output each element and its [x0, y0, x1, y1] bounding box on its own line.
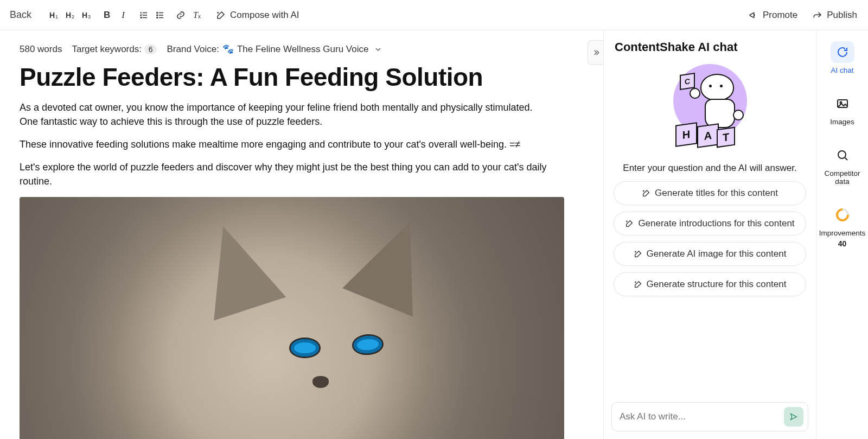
back-button[interactable]: Back [0, 9, 41, 21]
suggestion-label: Generate structure for this content [647, 279, 787, 290]
ai-chat-panel: ContentShake AI chat C H A T Enter your … [603, 30, 816, 439]
refresh-ai-icon [836, 46, 849, 59]
search-icon [836, 149, 849, 162]
meta-bar: 580 words Target keywords: 6 Brand Voice… [20, 43, 584, 55]
chat-input-row [611, 402, 808, 431]
suggestion-label: Generate AI image for this content [647, 249, 787, 259]
article-paragraph[interactable]: Let's explore the world of puzzle feeder… [20, 160, 551, 188]
rail-improvements[interactable]: Improvements 40 [820, 201, 865, 251]
editor-pane: 580 words Target keywords: 6 Brand Voice… [0, 30, 603, 439]
word-count: 580 words [20, 44, 62, 55]
suggestion-label: Generate introductions for this content [638, 218, 794, 229]
article-paragraph[interactable]: As a devoted cat owner, you know the imp… [20, 100, 551, 129]
publish-label: Publish [827, 10, 857, 21]
progress-ring-icon [833, 206, 852, 224]
share-arrow-icon [813, 10, 822, 20]
rail-competitor-data[interactable]: Competitor data [820, 141, 865, 189]
bold-button[interactable]: B [99, 6, 115, 24]
rail-label: Competitor data [822, 169, 863, 186]
chat-input[interactable] [620, 411, 778, 422]
link-group: Tx [173, 6, 205, 24]
rail-images[interactable]: Images [820, 90, 865, 129]
rail-label: Improvements [819, 229, 866, 237]
compose-ai-button[interactable]: Compose with AI [216, 10, 299, 21]
italic-button[interactable]: I [115, 6, 131, 24]
unordered-list-button[interactable] [152, 6, 168, 24]
main-row: 580 words Target keywords: 6 Brand Voice… [0, 30, 868, 439]
sparkle-pencil-icon [634, 280, 642, 289]
link-button[interactable] [173, 6, 189, 24]
send-icon [789, 412, 798, 421]
cube-c: C [680, 73, 695, 90]
brand-voice-value: The Feline Wellness Guru Voice [237, 44, 369, 55]
right-rail: AI chat Images Competitor data Improveme… [816, 30, 868, 439]
suggestion-generate-ai-image[interactable]: Generate AI image for this content [614, 242, 806, 266]
sparkle-pencil-icon [634, 250, 642, 258]
target-keywords-label: Target keywords: [72, 44, 142, 54]
svg-point-2 [157, 17, 158, 18]
brand-voice-selector[interactable]: Brand Voice: 🐾 The Feline Wellness Guru … [167, 43, 382, 55]
rail-label: AI chat [831, 66, 853, 74]
paw-icon: 🐾 [222, 43, 234, 55]
h2-button[interactable]: H2 [62, 6, 78, 24]
list-group [136, 6, 168, 24]
compose-ai-label: Compose with AI [230, 10, 299, 21]
article-title[interactable]: Puzzle Feeders: A Fun Feeding Solution [20, 62, 584, 92]
h3-button[interactable]: H3 [78, 6, 94, 24]
target-keywords-badge: 6 [144, 44, 157, 54]
chat-prompt-text: Enter your question and the AI will answ… [611, 163, 808, 174]
chat-robot-illustration: C H A T [661, 64, 759, 156]
image-icon [836, 97, 849, 110]
suggestion-generate-introductions[interactable]: Generate introductions for this content [614, 212, 806, 236]
improvements-count: 40 [838, 239, 847, 248]
svg-point-1 [157, 15, 158, 16]
collapse-chat-handle[interactable] [588, 40, 603, 65]
promote-label: Promote [763, 10, 797, 21]
publish-button[interactable]: Publish [805, 10, 865, 21]
heading-group: H1 H2 H3 [46, 6, 94, 24]
article-hero-image[interactable] [20, 197, 564, 439]
rail-label: Images [830, 118, 854, 126]
sparkle-pencil-icon [216, 10, 226, 20]
suggestion-generate-structure[interactable]: Generate structure for this content [614, 272, 806, 296]
suggestion-label: Generate titles for this content [655, 188, 778, 199]
cube-t: T [717, 127, 735, 148]
style-group: B I [99, 6, 131, 24]
cube-h: H [675, 122, 697, 147]
chat-title: ContentShake AI chat [611, 40, 808, 54]
ordered-list-button[interactable] [136, 6, 152, 24]
target-keywords[interactable]: Target keywords: 6 [72, 44, 157, 55]
chevron-down-icon [374, 45, 382, 54]
megaphone-icon [749, 10, 758, 20]
chat-send-button[interactable] [784, 407, 803, 427]
promote-button[interactable]: Promote [741, 10, 805, 21]
svg-point-0 [157, 12, 158, 13]
editor-toolbar: Back H1 H2 H3 B I Tx Compose with AI Pro… [0, 0, 868, 30]
suggestion-generate-titles[interactable]: Generate titles for this content [614, 181, 806, 205]
clear-format-button[interactable]: Tx [189, 6, 205, 24]
h1-button[interactable]: H1 [46, 6, 62, 24]
svg-point-5 [838, 151, 846, 158]
article-body[interactable]: As a devoted cat owner, you know the imp… [20, 100, 584, 439]
rail-ai-chat[interactable]: AI chat [820, 38, 865, 78]
chevrons-right-icon [592, 48, 601, 57]
sparkle-pencil-icon [642, 189, 650, 198]
article-paragraph[interactable]: These innovative feeding solutions make … [20, 137, 551, 151]
cube-a: A [697, 123, 719, 148]
brand-voice-label: Brand Voice: [167, 44, 219, 55]
sparkle-pencil-icon [625, 219, 634, 228]
